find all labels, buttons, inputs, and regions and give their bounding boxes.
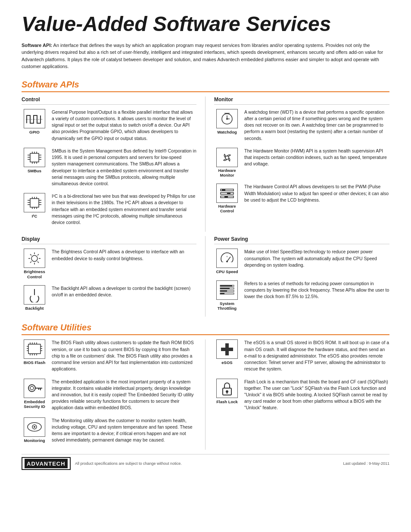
- smbus-icon: [24, 148, 45, 167]
- hardware-monitor-label: HardwareMonitor: [218, 168, 236, 178]
- footer-left: ADVANTECH All product specifications are…: [22, 457, 182, 470]
- embedded-security-label: EmbeddedSecurity ID: [24, 399, 45, 409]
- throttling-label: SystemThrottling: [218, 301, 237, 311]
- flash-lock-icon: [216, 379, 238, 398]
- bios-flash-icon-group: BIOS Flash: [22, 339, 47, 365]
- gpio-icon-group: GPIO: [22, 109, 47, 134]
- bios-flash-text: The BIOS Flash utility allows customers …: [52, 339, 196, 372]
- monitoring-label: Monitoring: [24, 438, 45, 443]
- monitoring-icon-group: Monitoring: [22, 417, 47, 443]
- i2c-label: I²C: [32, 214, 37, 218]
- flash-lock-text: Flash Lock is a mechanism that binds the…: [244, 379, 389, 411]
- display-power-two-col: Display: [22, 236, 389, 317]
- esos-text: The eSOS is a small OS stored in BIOS RO…: [244, 339, 389, 372]
- i2c-item: I²C I²C is a bi-directional two wire bus…: [22, 193, 196, 226]
- embedded-security-item: EmbeddedSecurity ID The embedded applica…: [22, 379, 196, 411]
- control-column: Control GPIO General Purpose Input/Outpu…: [22, 96, 206, 232]
- svg-rect-56: [220, 285, 232, 286]
- utilities-left-column: BIOS Flash The BIOS Flash utility allows…: [22, 339, 206, 449]
- flash-lock-icon-group: Flash Lock: [214, 379, 240, 404]
- gpio-icon: [24, 109, 45, 128]
- svg-line-48: [30, 261, 31, 263]
- svg-rect-1: [30, 153, 39, 162]
- hardware-monitor-icon-group: HardwareMonitor: [214, 148, 240, 178]
- throttling-icon-group: SystemThrottling: [214, 280, 240, 311]
- gpio-label: GPIO: [29, 130, 40, 134]
- watchdog-icon: [216, 109, 238, 128]
- svg-rect-38: [227, 193, 230, 194]
- svg-point-40: [31, 255, 37, 261]
- backlight-icon: [24, 285, 45, 305]
- control-header: Control: [22, 96, 196, 105]
- hardware-monitor-item: HardwareMonitor The Hardware Monitor (HW…: [214, 148, 389, 178]
- i2c-text: I²C is a bi-directional two wire bus tha…: [52, 193, 196, 226]
- i2c-icon-group: I²C: [22, 193, 47, 218]
- display-header: Display: [22, 236, 196, 244]
- hardware-control-text: The Hardware Control API allows develope…: [244, 184, 389, 203]
- hardware-monitor-icon: [216, 148, 238, 167]
- svg-rect-62: [220, 293, 224, 294]
- watchdog-item: Watchdog A watchdog timer (WDT) is a dev…: [214, 109, 389, 142]
- power-saving-header: Power Saving: [214, 236, 389, 244]
- cpu-speed-label: CPU Speed: [216, 269, 238, 274]
- smbus-text: SMBus is the System Management Bus defin…: [52, 148, 196, 187]
- svg-rect-14: [30, 199, 39, 207]
- smbus-label: SMBus: [28, 168, 41, 173]
- embedded-security-icon-group: EmbeddedSecurity ID: [22, 379, 47, 409]
- cpu-speed-item: CPU Speed Make use of Intel SpeedStep te…: [214, 249, 389, 274]
- page-title: Value-Added Software Services: [22, 13, 389, 36]
- hardware-control-icon-group: HardwareControl: [214, 184, 240, 214]
- hardware-control-item: HardwareControl The Hardware Control API…: [214, 184, 389, 214]
- monitoring-text: The Monitoring utility allows the custom…: [52, 417, 196, 444]
- esos-label: eSOS: [221, 360, 232, 365]
- cpu-speed-icon: [216, 249, 238, 268]
- logo-text: ADVANTECH: [25, 459, 68, 468]
- svg-text:ADVANTECH: ADVANTECH: [27, 460, 65, 467]
- footer-note: All product specifications are subject t…: [75, 461, 182, 466]
- svg-point-51: [226, 261, 228, 262]
- footer: ADVANTECH All product specifications are…: [22, 454, 389, 470]
- bios-flash-label: BIOS Flash: [24, 360, 46, 365]
- esos-item: eSOS The eSOS is a small OS stored in BI…: [214, 339, 389, 372]
- advantech-logo: ADVANTECH: [22, 457, 71, 470]
- svg-point-79: [30, 386, 34, 390]
- svg-rect-87: [221, 348, 233, 351]
- flash-lock-item: Flash Lock Flash Lock is a mechanism tha…: [214, 379, 389, 411]
- bios-flash-icon: [24, 339, 45, 359]
- apis-two-col: Control GPIO General Purpose Input/Outpu…: [22, 96, 389, 232]
- backlight-label: Backlight: [25, 306, 44, 311]
- throttling-icon: [216, 280, 238, 300]
- monitoring-item: Monitoring The Monitoring utility allows…: [22, 417, 196, 444]
- gpio-text: General Purpose Input/Output is a flexib…: [52, 109, 196, 142]
- software-apis-title: Software APIs: [22, 80, 389, 92]
- intro-paragraph: Software API: An interface that defines …: [22, 42, 389, 70]
- power-saving-column: Power Saving: [206, 236, 389, 317]
- svg-rect-58: [220, 288, 230, 289]
- smbus-item: SMBus SMBus is the System Management Bus…: [22, 148, 196, 187]
- embedded-security-icon: [24, 379, 45, 398]
- svg-line-50: [227, 257, 230, 261]
- backlight-text: The Backlight API allows a developer to …: [52, 285, 196, 298]
- backlight-icon-group: Backlight: [22, 285, 47, 311]
- svg-rect-60: [220, 290, 227, 292]
- page: Value-Added Software Services Software A…: [0, 0, 411, 479]
- utilities-right-column: eSOS The eSOS is a small OS stored in BI…: [206, 339, 389, 449]
- gpio-item: GPIO General Purpose Input/Output is a f…: [22, 109, 196, 142]
- watchdog-icon-group: Watchdog: [214, 109, 240, 134]
- hardware-control-label: HardwareControl: [218, 204, 236, 214]
- software-utilities-title: Software Utilities: [22, 323, 389, 335]
- brightness-label: BrightnessControl: [24, 269, 45, 279]
- monitor-header: Monitor: [214, 96, 389, 105]
- esos-icon-group: eSOS: [214, 339, 240, 365]
- monitor-column: Monitor Watch: [206, 96, 389, 232]
- esos-icon: [216, 339, 238, 359]
- hardware-monitor-text: The Hardware Monitor (HWM) API is a syst…: [244, 148, 389, 168]
- flash-lock-label: Flash Lock: [216, 399, 238, 404]
- cpu-speed-icon-group: CPU Speed: [214, 249, 240, 274]
- svg-point-30: [226, 118, 228, 120]
- embedded-security-text: The embedded application is the most imp…: [52, 379, 196, 411]
- bios-flash-item: BIOS Flash The BIOS Flash utility allows…: [22, 339, 196, 372]
- monitoring-icon: [24, 417, 45, 437]
- backlight-item: Backlight The Backlight API allows a dev…: [22, 285, 196, 311]
- brightness-icon: [24, 249, 45, 268]
